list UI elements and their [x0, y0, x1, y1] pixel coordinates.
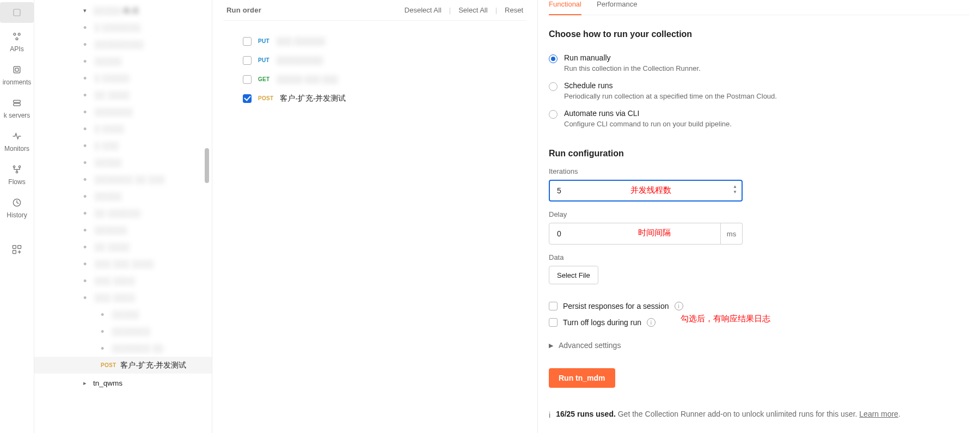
reset-button[interactable]: Reset — [505, 6, 523, 14]
run-order-title: Run order — [226, 6, 261, 14]
svg-rect-4 — [14, 66, 20, 73]
collection-item[interactable]: •░░ ░░░░ — [34, 87, 212, 103]
svg-rect-14 — [18, 246, 21, 249]
svg-point-9 — [19, 166, 20, 167]
svg-rect-12 — [13, 246, 16, 249]
delay-label: Delay — [549, 210, 969, 218]
callout-delay: 时间间隔 — [638, 228, 671, 238]
svg-rect-7 — [14, 103, 21, 105]
run-item-label: ░░░░░ ░░░ ░░░ — [276, 75, 338, 83]
monitors-icon — [11, 131, 22, 142]
select-file-button[interactable]: Select File — [549, 266, 598, 284]
run-order-panel: Run order Deselect All | Select All | Re… — [212, 0, 538, 433]
collection-item[interactable]: •░░░░░░░ ░░ — [34, 340, 212, 357]
collection-folder[interactable]: ▾░░░░░-集成 — [34, 2, 212, 19]
run-item-label: ░░░ ░░░░░░ — [276, 37, 325, 45]
run-item-checkbox[interactable] — [243, 75, 252, 84]
callout-iterations: 并发线程数 — [630, 185, 671, 196]
svg-point-2 — [18, 33, 20, 35]
rail-mock-servers[interactable]: k servers — [1, 92, 33, 125]
run-item-checkbox[interactable] — [243, 94, 252, 103]
collection-item[interactable]: •░░ ░░░░░░ — [34, 205, 212, 222]
flows-icon — [11, 164, 22, 175]
run-mode-option[interactable]: Automate runs via CLI Configure CLI comm… — [549, 105, 969, 132]
collection-item[interactable]: •░░░░░ — [34, 53, 212, 70]
run-order-item[interactable]: PUT ░░░ ░░░░░░ — [226, 32, 523, 51]
environments-icon — [11, 64, 22, 75]
collection-item[interactable]: •░ ░░░░░ — [34, 70, 212, 87]
collection-item[interactable]: •░░ ░░░░ — [34, 239, 212, 255]
tab-performance[interactable]: Performance — [597, 0, 637, 15]
collection-item[interactable]: •░ ░░░ — [34, 137, 212, 154]
iterations-label: Iterations — [549, 167, 969, 175]
sidebar-scrollbar[interactable] — [205, 148, 209, 183]
collection-item[interactable]: •░░░░░ — [34, 188, 212, 205]
radio-button[interactable] — [549, 110, 558, 119]
run-item-checkbox[interactable] — [243, 56, 252, 65]
runs-usage-note: i 16/25 runs used. Get the Collection Ru… — [549, 410, 969, 419]
method-badge: GET — [258, 76, 270, 82]
svg-rect-13 — [13, 251, 16, 254]
svg-point-1 — [14, 33, 16, 35]
svg-rect-5 — [15, 68, 19, 71]
run-mode-option[interactable]: Run manually Run this collection in the … — [549, 49, 969, 77]
run-order-item[interactable]: PUT ░░░░░░░░░ — [226, 51, 523, 70]
rail-collections-selected[interactable] — [0, 2, 34, 23]
collection-item[interactable]: •░ ░░░░░░░ — [34, 19, 212, 36]
run-order-item[interactable]: GET ░░░░░ ░░░ ░░░ — [226, 70, 523, 89]
method-badge: POST — [101, 362, 116, 368]
run-order-actions: Deselect All | Select All | Reset — [405, 6, 523, 14]
turn-off-logs-checkbox[interactable] — [549, 318, 558, 327]
collection-item[interactable]: •░░░░░ — [34, 154, 212, 171]
collection-item[interactable]: •░░░░░░░ — [34, 323, 212, 340]
radio-button[interactable] — [549, 82, 558, 91]
run-item-checkbox[interactable] — [243, 37, 252, 46]
collection-folder[interactable]: ▸tn_qwms — [34, 374, 212, 392]
tab-functional[interactable]: Functional — [549, 0, 581, 15]
collection-item[interactable]: •░░░░░░░░░ — [34, 36, 212, 53]
history-icon — [11, 197, 22, 208]
learn-more-link[interactable]: Learn more — [859, 410, 898, 418]
run-item-label: ░░░░░░░░░ — [276, 56, 323, 64]
radio-button[interactable] — [549, 54, 558, 63]
advanced-settings-toggle[interactable]: ▶ Advanced settings — [549, 341, 969, 350]
delay-input[interactable] — [549, 223, 721, 245]
method-badge: POST — [258, 95, 273, 101]
rail-apis[interactable]: APIs — [1, 25, 33, 58]
mock-servers-icon — [11, 97, 22, 108]
persist-responses-checkbox[interactable] — [549, 302, 558, 310]
info-icon[interactable]: i — [675, 302, 683, 310]
run-item-label: 客户-扩充-并发测试 — [280, 94, 346, 103]
persist-responses-label: Persist responses for a session — [563, 302, 669, 310]
rail-flows[interactable]: Flows — [1, 158, 33, 191]
run-mode-label: Run manually — [564, 53, 701, 62]
info-icon: i — [549, 411, 550, 419]
collection-item[interactable]: •░ ░░░░ — [34, 120, 212, 137]
collection-item[interactable]: •░░░ ░░░░ — [34, 289, 212, 306]
method-badge: PUT — [258, 38, 270, 44]
run-mode-description: Periodically run collection at a specifi… — [564, 92, 777, 100]
run-mode-description: Configure CLI command to run on your bui… — [564, 120, 732, 128]
deselect-all-button[interactable]: Deselect All — [405, 6, 442, 14]
chevron-down-icon: ▾ — [81, 7, 89, 14]
data-label: Data — [549, 253, 969, 261]
run-order-item[interactable]: POST 客户-扩充-并发测试 — [226, 89, 523, 108]
collection-item[interactable]: •░░░░░ — [34, 306, 212, 323]
select-all-button[interactable]: Select All — [458, 6, 487, 14]
collection-item[interactable]: •░░░░░░░ ░░ ░░░ — [34, 171, 212, 188]
chevron-right-icon: ▶ — [549, 342, 553, 349]
add-tile-icon[interactable] — [11, 244, 22, 255]
iterations-stepper[interactable]: ▲▼ — [733, 185, 737, 194]
collection-item[interactable]: •░░░ ░░░ ░░░░ — [34, 255, 212, 272]
run-collection-button[interactable]: Run tn_mdm — [549, 368, 615, 388]
collection-item-selected[interactable]: POST客户-扩充-并发测试 — [34, 357, 212, 374]
rail-monitors[interactable]: Monitors — [1, 125, 33, 158]
run-mode-option[interactable]: Schedule runs Periodically run collectio… — [549, 77, 969, 105]
rail-environments[interactable]: ironments — [1, 58, 33, 92]
collection-item[interactable]: •░░░░░░ — [34, 222, 212, 239]
rail-history[interactable]: History — [1, 191, 33, 224]
collection-item[interactable]: •░░░ ░░░░ — [34, 272, 212, 289]
collection-item[interactable]: •░░░░░░░ — [34, 103, 212, 120]
info-icon[interactable]: i — [647, 318, 656, 327]
callout-persist: 勾选后，有响应结果日志 — [681, 314, 770, 324]
